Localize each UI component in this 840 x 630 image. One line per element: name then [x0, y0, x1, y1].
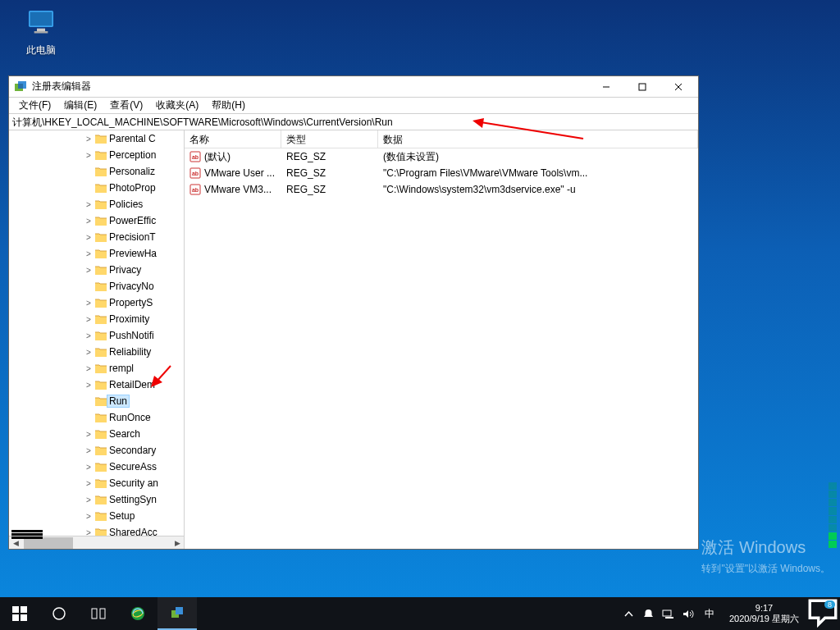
value-name: VMware User ...: [203, 167, 281, 179]
list-header[interactable]: 名称 类型 数据: [185, 130, 698, 148]
expand-icon[interactable]: >: [83, 233, 94, 242]
tree-pane[interactable]: >Parental C>PerceptionPersonalizPhotoPro…: [9, 130, 185, 549]
tree-item-label: rempl: [109, 363, 134, 374]
titlebar[interactable]: 注册表编辑器: [9, 76, 698, 98]
volume-icon[interactable]: [682, 608, 694, 620]
clock-date: 2020/9/19 星期六: [729, 614, 799, 624]
scroll-right-icon[interactable]: ▶: [171, 536, 184, 549]
tree-item[interactable]: RunOnce: [83, 409, 184, 426]
close-button[interactable]: [660, 76, 696, 98]
col-name[interactable]: 名称: [185, 130, 281, 148]
expand-icon[interactable]: >: [83, 135, 94, 144]
tree-item[interactable]: PrivacyNo: [83, 278, 184, 294]
values-pane[interactable]: 名称 类型 数据 ab(默认)REG_SZ(数值未设置)abVMware Use…: [185, 130, 698, 549]
expand-icon[interactable]: >: [83, 364, 94, 373]
expand-icon[interactable]: >: [83, 430, 94, 439]
tree-item[interactable]: >Privacy: [83, 262, 184, 278]
expand-icon[interactable]: >: [83, 217, 94, 226]
cortana-button[interactable]: [39, 597, 79, 630]
folder-icon: [94, 510, 107, 522]
svg-rect-33: [665, 617, 673, 619]
tree-item[interactable]: Run: [83, 393, 184, 409]
tree-item[interactable]: >Perception: [83, 147, 184, 163]
menubar: 文件(F) 编辑(E) 查看(V) 收藏夹(A) 帮助(H): [9, 98, 698, 114]
expand-icon[interactable]: >: [83, 299, 94, 308]
tree-item-label: Run: [107, 395, 130, 408]
tree-item[interactable]: Personaliz: [83, 163, 184, 180]
folder-icon: [94, 477, 107, 489]
menu-file[interactable]: 文件(F): [12, 97, 57, 114]
svg-rect-23: [12, 614, 19, 621]
tree-item[interactable]: >Policies: [83, 196, 184, 212]
tree-item[interactable]: >RetailDem: [83, 377, 184, 393]
string-value-icon: ab: [188, 184, 203, 195]
expand-icon[interactable]: >: [83, 495, 94, 504]
minimize-button[interactable]: [588, 76, 624, 98]
action-center-button[interactable]: 8: [806, 597, 840, 630]
svg-rect-8: [639, 84, 646, 90]
watermark-sub: 转到"设置"以激活 Windows。: [701, 562, 830, 576]
value-name: VMware VM3...: [203, 184, 281, 195]
expand-icon[interactable]: >: [83, 512, 94, 521]
tree-item[interactable]: >Search: [83, 426, 184, 442]
expand-icon[interactable]: >: [83, 200, 94, 209]
svg-rect-27: [100, 609, 105, 619]
tree-item[interactable]: >PropertyS: [83, 294, 184, 311]
tree-item[interactable]: >SecureAss: [83, 459, 184, 475]
tree-item[interactable]: >Proximity: [83, 311, 184, 327]
folder-icon: [94, 313, 107, 325]
expand-icon[interactable]: >: [83, 315, 94, 324]
svg-rect-3: [34, 31, 48, 34]
value-row[interactable]: abVMware VM3...REG_SZ"C:\Windows\system3…: [185, 181, 698, 198]
tree-item[interactable]: >rempl: [83, 360, 184, 377]
expand-icon[interactable]: >: [83, 331, 94, 340]
expand-icon[interactable]: >: [83, 266, 94, 275]
expand-icon[interactable]: >: [83, 479, 94, 488]
tree-item[interactable]: >Reliability: [83, 344, 184, 360]
system-tray[interactable]: 中: [618, 607, 723, 621]
regedit-taskbar-button[interactable]: [158, 597, 197, 630]
svg-text:ab: ab: [192, 171, 199, 176]
value-row[interactable]: abVMware User ...REG_SZ"C:\Program Files…: [185, 165, 698, 181]
string-value-icon: ab: [188, 167, 203, 179]
tree-item[interactable]: >Setup: [83, 508, 184, 524]
tree-item-label: Personaliz: [109, 166, 155, 177]
this-pc-label: 此电脑: [16, 43, 66, 57]
tree-item[interactable]: >PowerEffic: [83, 212, 184, 229]
menu-help[interactable]: 帮助(H): [205, 97, 252, 114]
menu-favorites[interactable]: 收藏夹(A): [149, 97, 205, 114]
expand-icon[interactable]: >: [83, 151, 94, 160]
network-icon[interactable]: [662, 608, 674, 620]
tree-item[interactable]: >SettingSyn: [83, 491, 184, 508]
notifications-icon[interactable]: [642, 608, 655, 620]
tree-item[interactable]: >Secondary: [83, 442, 184, 459]
tray-chevron-up-icon[interactable]: [623, 608, 635, 620]
tree-item[interactable]: >PreviewHa: [83, 245, 184, 262]
task-view-button[interactable]: [79, 597, 118, 630]
clock[interactable]: 9:17 2020/9/19 星期六: [723, 603, 806, 624]
start-button[interactable]: [0, 597, 39, 630]
tree-item[interactable]: >Parental C: [83, 130, 184, 147]
maximize-button[interactable]: [624, 76, 660, 98]
this-pc-icon[interactable]: 此电脑: [16, 7, 66, 57]
address-bar[interactable]: 计算机\HKEY_LOCAL_MACHINE\SOFTWARE\Microsof…: [9, 114, 698, 130]
tree-item[interactable]: >Security an: [83, 475, 184, 491]
tree-item[interactable]: >PrecisionT: [83, 229, 184, 245]
tree-item[interactable]: >PushNotifi: [83, 327, 184, 344]
ime-indicator[interactable]: 中: [701, 607, 718, 621]
value-row[interactable]: ab(默认)REG_SZ(数值未设置): [185, 148, 698, 165]
expand-icon[interactable]: >: [83, 348, 94, 357]
menu-edit[interactable]: 编辑(E): [57, 97, 103, 114]
expand-icon[interactable]: >: [83, 381, 94, 390]
expand-icon[interactable]: >: [83, 249, 94, 258]
col-type[interactable]: 类型: [281, 130, 378, 148]
ie-taskbar-button[interactable]: [118, 597, 158, 630]
expand-icon[interactable]: >: [83, 446, 94, 455]
activation-watermark: 激活 Windows 转到"设置"以激活 Windows。: [701, 536, 830, 576]
tree-item[interactable]: PhotoProp: [83, 180, 184, 196]
folder-icon: [94, 428, 107, 440]
folder-icon: [94, 133, 107, 144]
menu-view[interactable]: 查看(V): [103, 97, 149, 114]
col-data[interactable]: 数据: [378, 130, 698, 148]
expand-icon[interactable]: >: [83, 463, 94, 472]
